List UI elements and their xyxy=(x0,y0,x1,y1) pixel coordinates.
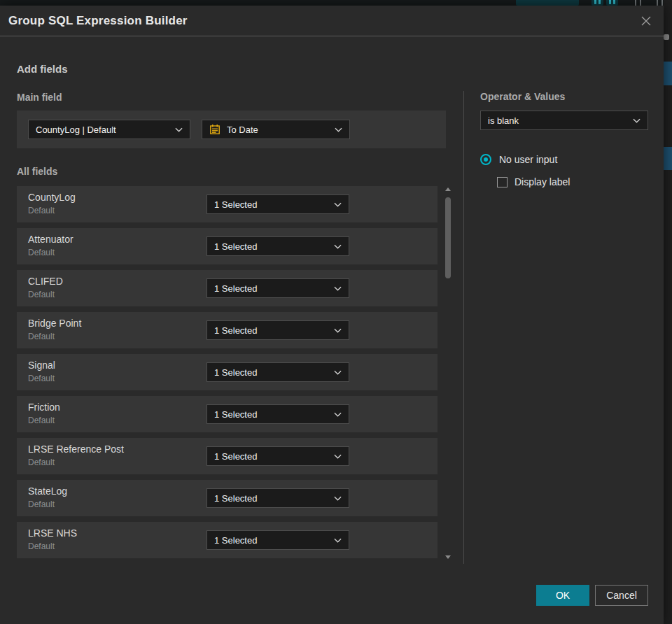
chevron-down-icon xyxy=(334,328,342,333)
operator-select-value: is blank xyxy=(488,115,633,126)
field-selection-value: 1 Selected xyxy=(214,409,334,420)
columns-icon xyxy=(632,0,645,6)
close-button[interactable] xyxy=(638,13,654,29)
field-row: CountyLog Default 1 Selected xyxy=(17,186,438,222)
no-user-input-radio[interactable]: No user input xyxy=(480,154,557,165)
field-layer-sub-label: Default xyxy=(28,541,55,551)
field-row: Signal Default 1 Selected xyxy=(17,354,438,390)
chevron-down-icon xyxy=(334,538,342,543)
pause-icon xyxy=(592,0,603,6)
field-selection-select[interactable]: 1 Selected xyxy=(206,530,349,550)
field-name: StateLog xyxy=(28,485,67,497)
field-layer-sub-label: Default xyxy=(28,499,55,509)
background-panel-handle xyxy=(664,34,669,40)
field-selection-select[interactable]: 1 Selected xyxy=(206,446,349,466)
group-sql-expression-builder-dialog: Group SQL Expression Builder Add fields … xyxy=(0,6,664,624)
main-field-select-value: CountyLog | Default xyxy=(36,125,175,135)
no-user-input-label: No user input xyxy=(499,154,557,165)
ok-button[interactable]: OK xyxy=(536,585,589,606)
background-panel-item xyxy=(664,62,672,85)
field-row: Bridge Point Default 1 Selected xyxy=(17,312,438,348)
field-selection-value: 1 Selected xyxy=(214,199,334,210)
chevron-down-icon xyxy=(334,370,342,375)
field-selection-value: 1 Selected xyxy=(214,325,334,336)
operator-select[interactable]: is blank xyxy=(480,111,648,130)
field-selection-select[interactable]: 1 Selected xyxy=(206,488,349,508)
radio-selected-icon xyxy=(480,154,491,165)
field-name: Signal xyxy=(28,360,55,371)
add-fields-heading: Add fields xyxy=(17,63,68,75)
live-view-button: Live view xyxy=(516,0,579,6)
pause-icon xyxy=(606,0,618,6)
field-layer-sub-label: Default xyxy=(28,248,55,257)
field-selection-select[interactable]: 1 Selected xyxy=(206,320,349,340)
background-app-topbar: Live view xyxy=(0,0,672,6)
field-selection-value: 1 Selected xyxy=(214,367,334,378)
field-name: Friction xyxy=(28,402,60,413)
operator-values-label: Operator & Values xyxy=(480,91,565,102)
field-selection-value: 1 Selected xyxy=(214,451,334,462)
all-fields-label: All fields xyxy=(17,166,57,177)
chevron-down-icon xyxy=(334,496,342,501)
calendar-icon xyxy=(209,124,220,135)
field-selection-value: 1 Selected xyxy=(214,535,334,546)
background-panel-item xyxy=(664,147,672,170)
display-label-label: Display label xyxy=(514,176,570,187)
background-app-sidepanel xyxy=(664,0,672,624)
field-selection-value: 1 Selected xyxy=(214,241,334,252)
field-name: Attenuator xyxy=(28,234,74,245)
field-name: LRSE NHS xyxy=(28,527,77,539)
field-row: Attenuator Default 1 Selected xyxy=(17,228,438,264)
field-layer-sub-label: Default xyxy=(28,332,55,341)
checkbox-unchecked-icon[interactable] xyxy=(497,177,507,187)
chevron-down-icon xyxy=(334,244,342,249)
field-row: LRSE NHS Default 1 Selected xyxy=(17,522,438,558)
field-name: LRSE Reference Post xyxy=(28,444,124,455)
scrollbar-up-arrow-icon[interactable] xyxy=(445,187,451,192)
chevron-down-icon xyxy=(334,286,342,291)
chevron-down-icon xyxy=(334,454,342,459)
field-name: CLIFED xyxy=(28,276,63,287)
field-selection-select[interactable]: 1 Selected xyxy=(206,278,349,298)
display-label-checkbox-row[interactable]: Display label xyxy=(497,176,570,187)
dialog-titlebar: Group SQL Expression Builder xyxy=(0,6,664,36)
live-view-label: Live view xyxy=(533,0,567,2)
field-row: Friction Default 1 Selected xyxy=(17,396,438,432)
field-row: CLIFED Default 1 Selected xyxy=(17,270,438,306)
field-selection-select[interactable]: 1 Selected xyxy=(206,194,349,214)
field-selection-select[interactable]: 1 Selected xyxy=(206,236,349,256)
chevron-down-icon xyxy=(334,202,342,207)
field-row: StateLog Default 1 Selected xyxy=(17,480,438,516)
field-layer-sub-label: Default xyxy=(28,374,55,383)
all-fields-list: CountyLog Default 1 Selected Attenuator … xyxy=(17,186,438,558)
chevron-down-icon xyxy=(175,127,183,132)
field-selection-select[interactable]: 1 Selected xyxy=(206,362,349,382)
cancel-button[interactable]: Cancel xyxy=(595,585,648,606)
field-selection-value: 1 Selected xyxy=(214,283,334,294)
fields-list-scrollbar[interactable] xyxy=(443,186,453,560)
scrollbar-down-arrow-icon[interactable] xyxy=(445,555,451,560)
field-selection-value: 1 Selected xyxy=(214,493,334,504)
main-field-select[interactable]: CountyLog | Default xyxy=(28,120,190,139)
field-name: Bridge Point xyxy=(28,318,81,329)
main-field-panel: CountyLog | Default To Date xyxy=(17,111,446,148)
scrollbar-thumb[interactable] xyxy=(445,197,451,278)
dialog-title: Group SQL Expression Builder xyxy=(8,14,188,28)
vertical-divider xyxy=(463,91,464,564)
chevron-down-icon xyxy=(335,127,342,132)
chevron-down-icon xyxy=(334,412,342,417)
field-layer-sub-label: Default xyxy=(28,290,55,299)
main-field-label: Main field xyxy=(17,92,62,103)
field-layer-sub-label: Default xyxy=(28,206,55,215)
date-type-select[interactable]: To Date xyxy=(202,120,350,139)
field-layer-sub-label: Default xyxy=(28,416,55,425)
field-selection-select[interactable]: 1 Selected xyxy=(206,404,349,424)
close-icon xyxy=(640,15,652,27)
field-layer-sub-label: Default xyxy=(28,458,55,467)
chevron-down-icon xyxy=(633,118,640,123)
field-name: CountyLog xyxy=(28,192,76,203)
field-row: LRSE Reference Post Default 1 Selected xyxy=(17,438,438,474)
date-type-select-value: To Date xyxy=(227,125,328,135)
